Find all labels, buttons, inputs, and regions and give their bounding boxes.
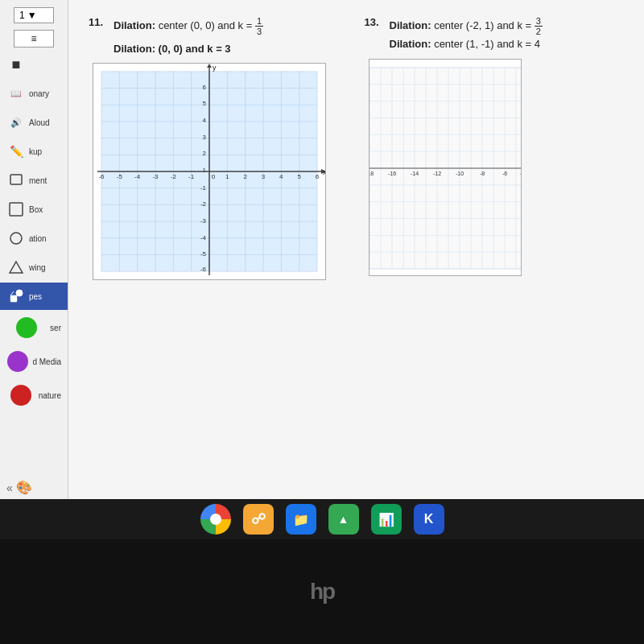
signature-color-circle [10, 385, 31, 406]
rectangle-icon: ■ [6, 55, 26, 74]
grid-11-svg: x y -6 -5 -4 -3 -2 -1 0 1 2 [93, 64, 325, 279]
svg-text:-12: -12 [432, 171, 440, 176]
sidebar-item-read-aloud[interactable]: 🔊 Aloud [0, 109, 68, 136]
problem-13-section: 13. Dilation: center (-2, 1) and k = 3 2… [365, 16, 625, 483]
dropdown-arrow: ▼ [27, 10, 37, 21]
problem-13-answer-value: center (1, -1) and k = 4 [434, 38, 540, 50]
svg-text:6: 6 [203, 84, 207, 91]
y-axis-label: y [213, 64, 217, 72]
collapse-icon: « [6, 481, 13, 494]
k-app-icon[interactable]: K [414, 504, 444, 535]
sidebar-item-dictionary[interactable]: 📖 onary [0, 80, 68, 107]
x-axis-label: x [323, 168, 325, 176]
svg-text:-3: -3 [152, 173, 159, 180]
svg-rect-4 [10, 295, 17, 302]
sidebar-label-dictionary: onary [29, 89, 49, 98]
sidebar-item-comment[interactable]: ment [0, 167, 68, 194]
svg-rect-1 [10, 203, 23, 216]
svg-text:5: 5 [203, 100, 207, 107]
problem-13-fraction: 3 2 [535, 16, 543, 36]
problem-13-center: center (-2, 1) and k = [434, 19, 535, 31]
svg-text:-5: -5 [117, 173, 123, 180]
svg-text:2: 2 [243, 173, 247, 180]
problem-13-number: 13. [365, 16, 385, 28]
sidebar-item-media[interactable]: d Media [0, 345, 68, 378]
problem-13-text: Dilation: center (-2, 1) and k = 3 2 Dil… [390, 16, 543, 52]
fraction-11-den: 3 [255, 27, 263, 36]
svg-text:4: 4 [203, 117, 207, 124]
svg-point-2 [10, 233, 22, 244]
sidebar-label-shapes: pes [29, 292, 42, 301]
svg-text:5: 5 [297, 173, 301, 180]
sidebar-label-media: d Media [32, 357, 61, 366]
problem-13-header: 13. Dilation: center (-2, 1) and k = 3 2… [365, 16, 625, 52]
svg-text:-2: -2 [171, 173, 177, 180]
svg-text:-6: -6 [502, 171, 506, 176]
bottom-bar: hp [0, 539, 644, 644]
sidebar-item-rectangle[interactable]: ■ [0, 51, 68, 78]
drive-icon[interactable]: ▲ [328, 504, 359, 535]
svg-line-6 [10, 291, 14, 295]
sidebar-collapse[interactable]: « 🎨 [0, 476, 68, 499]
annotation-icon [6, 229, 26, 248]
shapes-icon [6, 287, 26, 306]
docs-icon[interactable]: ☍ [243, 504, 274, 535]
sidebar-label-drawing: wing [29, 263, 46, 272]
fraction-11-num: 1 [255, 16, 263, 27]
svg-text:-8: -8 [479, 171, 484, 176]
svg-text:-1: -1 [200, 184, 207, 192]
sidebar-item-drawing[interactable]: wing [0, 254, 68, 281]
svg-marker-33 [207, 64, 212, 68]
svg-text:-10: -10 [455, 171, 463, 176]
problem-13-answer-label: Dilation: [390, 38, 431, 50]
svg-marker-3 [10, 262, 23, 273]
svg-text:-4: -4 [134, 173, 141, 180]
dictionary-icon: 📖 [6, 84, 26, 103]
dropdown-value: 1 [19, 10, 25, 21]
grid-13: -18 -16 -14 -12 -10 -8 -6 -4 [369, 59, 522, 276]
drawing-icon [6, 258, 26, 277]
main-content: 11. Dilation: center (0, 0) and k = 1 3 … [68, 0, 644, 499]
page-dropdown[interactable]: 1 ▼ [14, 7, 54, 23]
svg-text:6: 6 [316, 173, 320, 180]
svg-text:2: 2 [203, 151, 207, 158]
sidebar-label-read-aloud: Aloud [29, 118, 50, 127]
hamburger-icon: ≡ [31, 33, 36, 44]
drive-files-icon[interactable]: 📁 [286, 504, 316, 535]
sidebar-item-eraser[interactable]: ser [0, 312, 68, 344]
svg-text:-6: -6 [98, 173, 105, 180]
sheets-icon[interactable]: 📊 [371, 504, 402, 535]
grid-11: x y -6 -5 -4 -3 -2 -1 0 1 2 [93, 63, 326, 280]
sidebar-label-markup: kup [29, 147, 42, 156]
problem-11-dilation-label: Dilation: [114, 19, 155, 31]
sidebar-item-annotation[interactable]: ation [0, 225, 68, 252]
chrome-icon[interactable] [200, 504, 231, 535]
sidebar-item-signature[interactable]: nature [0, 379, 68, 411]
problem-13-dilation-label: Dilation: [390, 19, 431, 31]
sidebar-item-shapes[interactable]: pes [0, 283, 68, 310]
problem-11-header: 11. Dilation: center (0, 0) and k = 1 3 [89, 16, 349, 36]
problem-11-center: center (0, 0) and k = [159, 19, 255, 31]
svg-text:3: 3 [203, 134, 207, 141]
fraction-13-num: 3 [535, 16, 543, 27]
sidebar-item-markup[interactable]: ✏️ kup [0, 138, 68, 165]
sidebar-label-signature: nature [39, 391, 61, 400]
svg-text:0: 0 [212, 173, 216, 180]
problem-11-number: 11. [89, 16, 109, 28]
problem-11-text: Dilation: center (0, 0) and k = 1 3 [114, 16, 263, 36]
sidebar-label-annotation: ation [29, 234, 47, 243]
grid-13-svg: -18 -16 -14 -12 -10 -8 -6 -4 [369, 60, 522, 276]
textbox-icon [6, 200, 26, 219]
palette-icon: 🎨 [16, 480, 32, 495]
svg-text:-14: -14 [410, 171, 418, 176]
svg-text:1: 1 [203, 167, 207, 174]
sidebar-item-textbox[interactable]: Box [0, 196, 68, 223]
svg-rect-0 [10, 175, 22, 184]
media-color-circle [7, 351, 28, 372]
hamburger-button[interactable]: ≡ [14, 30, 54, 47]
sidebar-label-comment: ment [29, 176, 47, 185]
svg-text:-3: -3 [200, 217, 207, 225]
problem-11-answer: Dilation: (0, 0) and k = 3 [89, 43, 349, 55]
problem-11-answer-label: Dilation: [114, 43, 159, 55]
markup-icon: ✏️ [6, 142, 26, 161]
